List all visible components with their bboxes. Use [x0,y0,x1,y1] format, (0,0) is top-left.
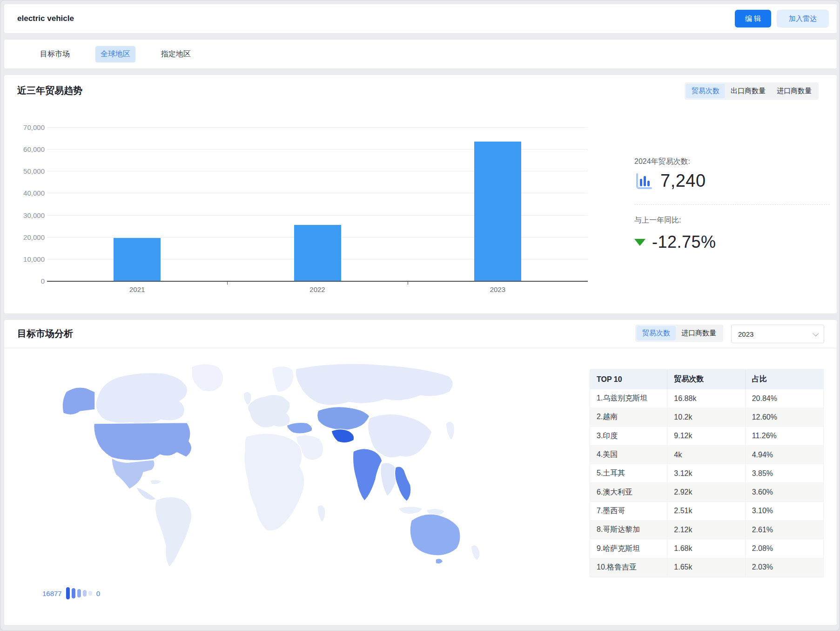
legend-swatch [66,587,70,599]
table-cell-share: 2.61% [745,521,823,539]
market-section: 目标市场分析 贸易次数 进口商数量 2023 [4,320,837,625]
trend-bar-2023[interactable] [474,142,521,281]
legend-swatch [88,591,92,596]
table-row: 2.越南 10.2k 12.60% [590,408,823,427]
trend-bar-2022[interactable] [294,225,341,281]
country-indonesia[interactable] [398,507,445,516]
legend-max-value: 16877 [42,590,62,597]
country-europe[interactable] [248,395,290,428]
table-cell-market: 9.哈萨克斯坦 [590,539,667,557]
tab-bar: 目标市场 全球地区 指定地区 [4,40,837,68]
country-india[interactable] [353,449,382,501]
table-row: 8.哥斯达黎加 2.12k 2.61% [590,521,823,539]
country-usa[interactable] [94,423,192,461]
country-central-america[interactable] [136,487,156,501]
legend-swatch [83,590,87,597]
table-header-top10: TOP 10 [590,369,667,389]
country-new-zealand[interactable] [471,545,480,560]
dashboard-page: electric vehicle 编 辑 加入雷达 目标市场 全球地区 指定地区… [0,0,840,631]
x-axis-label: 2023 [465,285,530,293]
table-header-row: TOP 10 贸易次数 占比 [590,369,823,389]
year-dropdown[interactable]: 2023 [731,325,824,343]
table-row: 1.乌兹别克斯坦 16.88k 20.84% [590,389,823,408]
table-header-share: 占比 [745,369,823,389]
table-cell-share: 3.60% [745,483,823,501]
table-cell-market: 6.澳大利亚 [590,483,667,501]
table-row: 5.土耳其 3.12k 3.85% [590,464,823,483]
arrow-down-icon [634,239,645,246]
table-cell-trades: 1.68k [667,539,745,557]
yoy-label: 与上一年同比: [634,216,681,225]
country-kazakhstan[interactable] [317,407,370,430]
trend-bar-2021[interactable] [114,238,161,281]
x-axis-label: 2022 [285,285,350,293]
table-cell-trades: 2.92k [667,483,745,501]
chevron-down-icon [813,330,819,336]
country-china[interactable] [368,414,432,458]
country-vietnam[interactable] [395,467,411,502]
table-cell-market: 5.土耳其 [590,464,667,482]
tab-global-region[interactable]: 全球地区 [95,46,135,62]
table-cell-trades: 4k [667,446,745,464]
market-metric-toggle-group: 贸易次数 进口商数量 [635,325,723,342]
table-cell-market: 4.美国 [590,446,667,464]
x-axis-label: 2021 [105,285,170,293]
table-cell-share: 2.03% [745,558,823,577]
table-row: 9.哈萨克斯坦 1.68k 2.08% [590,539,823,558]
country-turkey[interactable] [287,422,312,434]
country-madagascar[interactable] [317,505,325,522]
toggle-importer-count[interactable]: 进口商数量 [771,84,817,98]
country-se-asia[interactable] [381,463,396,496]
country-russia[interactable] [296,364,453,405]
table-row: 7.墨西哥 2.51k 3.10% [590,502,823,521]
trend-bar-chart: 010,00020,00030,00040,00050,00060,00070,… [4,75,609,313]
country-africa[interactable] [244,434,304,531]
country-south-america[interactable] [155,497,192,567]
table-row: 10.格鲁吉亚 1.65k 2.03% [590,558,823,577]
x-axis-tick [408,282,408,285]
toggle-exporter-count[interactable]: 出口商数量 [725,84,771,98]
table-cell-share: 3.85% [745,464,823,482]
y-axis-tick-label: 40,000 [10,189,45,197]
map-legend: 16877 0 [42,587,100,599]
table-cell-trades: 2.12k [667,521,745,539]
count-2024-label: 2024年贸易次数: [634,157,690,167]
table-cell-share: 12.60% [745,408,823,426]
country-cuba[interactable] [150,480,162,484]
toggle-trade-count[interactable]: 贸易次数 [686,84,725,98]
legend-gradient-bars [66,587,92,599]
tab-target-market[interactable]: 目标市场 [35,46,75,62]
tab-specified-region[interactable]: 指定地区 [156,46,196,62]
table-cell-trades: 9.12k [667,427,745,445]
country-mexico[interactable] [112,458,155,489]
market-section-title: 目标市场分析 [17,327,73,340]
table-cell-market: 7.墨西哥 [590,502,667,520]
table-cell-market: 10.格鲁吉亚 [590,558,667,577]
add-to-radar-button[interactable]: 加入雷达 [777,10,829,27]
count-2024-row: 7,240 [634,171,706,191]
country-alaska[interactable] [62,387,95,415]
edit-button[interactable]: 编 辑 [735,10,771,27]
legend-swatch [77,589,81,597]
country-scandinavia[interactable] [272,366,294,392]
table-row: 6.澳大利亚 2.92k 3.60% [590,483,823,502]
table-cell-trades: 16.88k [667,389,745,407]
legend-min-value: 0 [96,590,100,597]
y-axis-tick-label: 0 [10,277,45,285]
country-uzbekistan[interactable] [331,429,354,443]
table-cell-market: 1.乌兹别克斯坦 [590,389,667,407]
country-greenland[interactable] [192,364,223,392]
country-australia[interactable] [410,514,460,564]
x-axis-tick [227,282,228,285]
toggle-market-importer-count[interactable]: 进口商数量 [676,326,722,340]
toggle-market-trade-count[interactable]: 贸易次数 [637,326,676,340]
country-canada[interactable] [96,373,188,424]
yoy-value: -12.75% [652,232,716,252]
table-cell-market: 3.印度 [590,427,667,445]
country-japan[interactable] [446,421,455,441]
stats-divider [634,204,830,205]
y-axis-tick-label: 20,000 [10,233,45,241]
table-header-trades: 贸易次数 [667,369,745,389]
top10-table: TOP 10 贸易次数 占比 1.乌兹别克斯坦 16.88k 20.84% 2.… [590,369,824,577]
table-cell-share: 4.94% [745,446,823,464]
